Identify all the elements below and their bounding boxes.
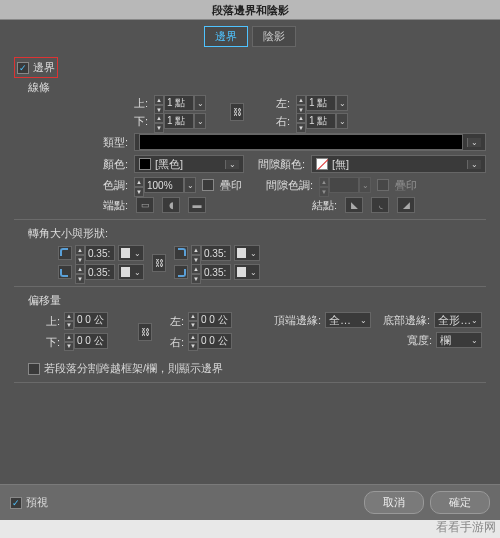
enable-border-highlight: 邊界	[14, 57, 58, 78]
dd-bottom[interactable]: ⌄	[194, 113, 206, 129]
stepper-right[interactable]: ▲▼ ⌄	[296, 113, 366, 129]
label-gap-tint: 間隙色調:	[266, 178, 313, 193]
select-top-edge[interactable]: 全…⌄	[325, 312, 371, 328]
offset-link-icon[interactable]: ⛓	[138, 323, 152, 341]
label-bottom: 下:	[108, 114, 148, 129]
label-left: 左:	[250, 96, 290, 111]
dd-left[interactable]: ⌄	[336, 95, 348, 111]
corner-br-input[interactable]	[201, 264, 231, 280]
stroke-group: 線條 上: ▲▼ ⌄ ⛓ 左: ▲▼ ⌄ 下: ▲▼	[28, 80, 486, 213]
gap-overprint-checkbox	[377, 179, 389, 191]
off-input-top[interactable]	[74, 312, 108, 328]
corner-bl-shape[interactable]: ⌄	[118, 264, 144, 280]
preview-checkbox[interactable]	[10, 497, 22, 509]
stepper-gap-tint: ▲▼ ⌄	[319, 177, 371, 193]
tab-shadow[interactable]: 陰影	[252, 26, 296, 47]
corner-bl-icon	[58, 265, 72, 279]
corner-tl-icon	[58, 246, 72, 260]
stepper-tint[interactable]: ▲▼ ⌄	[134, 177, 196, 193]
overprint-label: 疊印	[220, 178, 242, 193]
label-width: 寬度:	[407, 333, 432, 348]
watermark-text: 看看手游网	[436, 519, 496, 536]
stroke-preview	[139, 134, 463, 150]
link-icon[interactable]: ⛓	[230, 103, 244, 121]
input-top[interactable]	[164, 95, 194, 111]
label-join: 結點:	[312, 198, 337, 213]
corner-br-stepper[interactable]: ▲▼	[191, 264, 231, 280]
ok-button[interactable]: 確定	[430, 491, 490, 514]
input-bottom[interactable]	[164, 113, 194, 129]
input-tint[interactable]	[144, 177, 184, 193]
label-bottom-edge: 底部邊緣:	[383, 313, 430, 328]
dialog-footer: 預視 取消 確定	[0, 484, 500, 520]
enable-border-label: 邊界	[33, 60, 55, 75]
select-color[interactable]: [黑色] ⌄	[134, 155, 244, 173]
select-gap-color[interactable]: [無] ⌄	[311, 155, 486, 173]
corner-tr-input[interactable]	[201, 245, 231, 261]
corner-bl-stepper[interactable]: ▲▼	[75, 264, 115, 280]
join-bevel-icon[interactable]: ◢	[397, 197, 415, 213]
off-input-bottom[interactable]	[74, 333, 108, 349]
stepper-top[interactable]: ▲▼ ⌄	[154, 95, 224, 111]
label-color: 顏色:	[68, 157, 128, 172]
corner-tl-stepper[interactable]: ▲▼	[75, 245, 115, 261]
label-tint: 色調:	[68, 178, 128, 193]
cap-square-icon[interactable]: ▬	[188, 197, 206, 213]
tab-border[interactable]: 邊界	[204, 26, 248, 47]
corner-link-icon[interactable]: ⛓	[152, 254, 166, 272]
color-value: [黑色]	[155, 157, 183, 172]
offsets-title: 偏移量	[28, 293, 486, 308]
off-label-top: 上:	[42, 314, 60, 329]
off-label-left: 左:	[166, 314, 184, 329]
swatch-none	[316, 158, 328, 170]
separator-2	[14, 286, 486, 287]
cap-round-icon[interactable]: ◖	[162, 197, 180, 213]
input-gap-tint	[329, 177, 359, 193]
swatch-black	[139, 158, 151, 170]
label-cap: 端點:	[68, 198, 128, 213]
input-right[interactable]	[306, 113, 336, 129]
overprint-checkbox[interactable]	[202, 179, 214, 191]
enable-border-checkbox[interactable]	[17, 62, 29, 74]
corner-br-icon	[174, 265, 188, 279]
corner-tr-shape[interactable]: ⌄	[234, 245, 260, 261]
dd-top[interactable]: ⌄	[194, 95, 206, 111]
stepper-left[interactable]: ▲▼ ⌄	[296, 95, 366, 111]
separator-1	[14, 219, 486, 220]
join-miter-icon[interactable]: ◣	[345, 197, 363, 213]
off-input-left[interactable]	[198, 312, 232, 328]
select-stroke-type[interactable]: ⌄	[134, 133, 486, 151]
dd-tint[interactable]: ⌄	[184, 177, 196, 193]
stroke-weight-grid: 上: ▲▼ ⌄ ⛓ 左: ▲▼ ⌄ 下: ▲▼ ⌄	[108, 95, 486, 129]
select-width[interactable]: 欄⌄	[436, 332, 482, 348]
corner-bl-input[interactable]	[85, 264, 115, 280]
join-round-icon[interactable]: ◟	[371, 197, 389, 213]
label-right: 右:	[250, 114, 290, 129]
gap-overprint-label: 疊印	[395, 178, 417, 193]
off-stepper-bottom[interactable]: ▲▼	[64, 333, 124, 351]
dialog-window: 段落邊界和陰影 邊界 陰影 邊界 線條 上: ▲▼ ⌄ ⛓ 左: ▲▼	[0, 0, 500, 520]
corner-tr-stepper[interactable]: ▲▼	[191, 245, 231, 261]
stepper-bottom[interactable]: ▲▼ ⌄	[154, 113, 224, 129]
off-input-right[interactable]	[198, 333, 232, 349]
dd-right[interactable]: ⌄	[336, 113, 348, 129]
label-gap-color: 間隙顏色:	[258, 157, 305, 172]
corner-tr-icon	[174, 246, 188, 260]
off-stepper-left[interactable]: ▲▼	[188, 312, 248, 330]
tab-bar: 邊界 陰影	[0, 20, 500, 53]
input-left[interactable]	[306, 95, 336, 111]
cap-butt-icon[interactable]: ▭	[136, 197, 154, 213]
off-stepper-right[interactable]: ▲▼	[188, 333, 248, 351]
corner-tl-shape[interactable]: ⌄	[118, 245, 144, 261]
label-top-edge: 頂端邊緣:	[274, 313, 321, 328]
label-top: 上:	[108, 96, 148, 111]
corner-br-shape[interactable]: ⌄	[234, 264, 260, 280]
corner-tl-input[interactable]	[85, 245, 115, 261]
label-type: 類型:	[68, 135, 128, 150]
off-stepper-top[interactable]: ▲▼	[64, 312, 124, 330]
corners-group: 轉角大小與形狀: ▲▼ ⌄ ▲▼ ⌄ ⛓	[28, 226, 486, 280]
off-label-bottom: 下:	[42, 335, 60, 350]
cancel-button[interactable]: 取消	[364, 491, 424, 514]
select-bottom-edge[interactable]: 全形…⌄	[434, 312, 482, 328]
split-frame-checkbox[interactable]	[28, 363, 40, 375]
